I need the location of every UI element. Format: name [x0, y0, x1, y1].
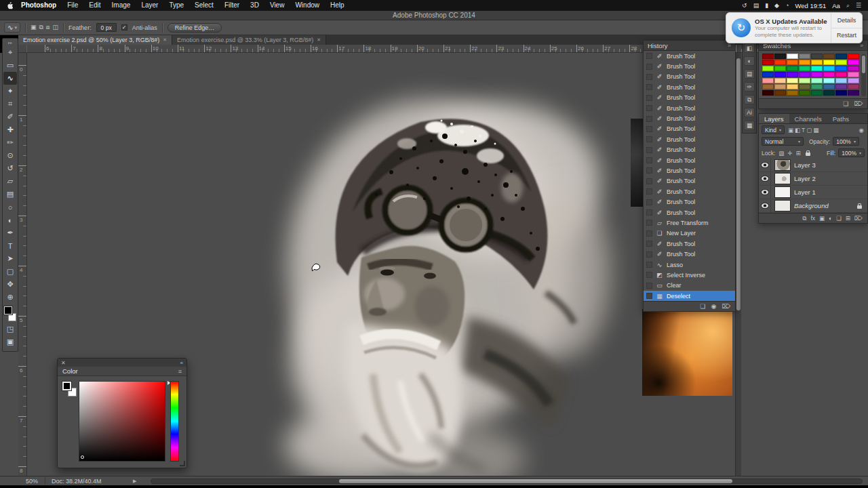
history-state-brush-tool[interactable]: ✐Brush Tool: [644, 197, 735, 207]
swatch-8[interactable]: [762, 60, 774, 65]
history-state-brush-tool[interactable]: ✐Brush Tool: [644, 176, 735, 186]
filter-shape-layers-icon[interactable]: ▢: [806, 127, 812, 134]
toolbar-collapse-grip[interactable]: ▸▸: [8, 41, 12, 45]
input-source-menu[interactable]: Aa: [832, 2, 840, 9]
tab-paths[interactable]: Paths: [827, 114, 854, 123]
menu-file[interactable]: File: [62, 0, 83, 11]
anti-alias-checkbox[interactable]: ✓: [121, 24, 127, 30]
history-source-checkbox[interactable]: [646, 251, 652, 258]
swatch-16[interactable]: [762, 66, 774, 71]
opacity-select[interactable]: 100% ▾: [833, 137, 859, 146]
history-state-select-inverse[interactable]: ◩Select Inverse: [644, 270, 735, 280]
status-menu-arrow-icon[interactable]: ▶: [133, 479, 136, 484]
menu-photoshop[interactable]: Photoshop: [16, 0, 62, 11]
panel-resize-grip[interactable]: [180, 461, 185, 466]
feather-input[interactable]: 0 px: [96, 23, 117, 32]
path-selection-tool[interactable]: ➤: [3, 252, 17, 265]
canvas-horizontal-scrollbar[interactable]: [151, 479, 863, 484]
swatch-50[interactable]: [787, 90, 798, 96]
history-source-checkbox[interactable]: [646, 64, 652, 70]
layer-group-icon[interactable]: ❏: [836, 215, 842, 222]
swatch-19[interactable]: [799, 66, 810, 71]
eyedropper-tool[interactable]: ✐: [3, 110, 17, 123]
new-selection-icon[interactable]: ▣: [31, 24, 37, 31]
history-panel-header[interactable]: History »: [644, 41, 735, 51]
swatch-47[interactable]: [848, 84, 859, 89]
swatch-28[interactable]: [811, 72, 823, 77]
delete-swatch-icon[interactable]: ⌦: [854, 100, 863, 107]
document-tab-emotion-exercise-psd[interactable]: Emotion exercise.psd @ 33.3% (Layer 3, R…: [172, 35, 326, 45]
history-source-checkbox[interactable]: [646, 220, 652, 226]
add-to-selection-icon[interactable]: ⧉: [39, 24, 43, 31]
illustrator-panel-icon[interactable]: Ai: [744, 108, 755, 117]
menu-layer[interactable]: Layer: [136, 0, 163, 11]
history-source-checkbox[interactable]: [646, 95, 652, 101]
layer-filter-toggle-icon[interactable]: ◉: [859, 127, 865, 134]
history-state-clear[interactable]: ▭Clear: [644, 281, 735, 291]
swatch-14[interactable]: [835, 60, 847, 65]
zoom-tool[interactable]: ⊕: [3, 291, 17, 304]
swatch-34[interactable]: [787, 78, 798, 83]
lasso-tool[interactable]: ∿: [3, 72, 17, 85]
foreground-color-swatch[interactable]: [62, 382, 71, 390]
layer-visibility-toggle[interactable]: [759, 159, 771, 171]
swatch-4[interactable]: [811, 54, 823, 59]
swatch-2[interactable]: [787, 54, 798, 59]
menu-help[interactable]: Help: [325, 0, 350, 11]
filter-smart-objects-icon[interactable]: ▦: [812, 127, 819, 134]
swatch-26[interactable]: [787, 72, 798, 77]
swatch-42[interactable]: [787, 84, 798, 89]
swatch-41[interactable]: [774, 84, 786, 89]
menu-window[interactable]: Window: [290, 0, 325, 11]
swatch-13[interactable]: [823, 60, 835, 65]
history-state-new-layer[interactable]: ❏New Layer: [644, 228, 735, 239]
history-state-brush-tool[interactable]: ✐Brush Tool: [644, 186, 735, 197]
swatch-39[interactable]: [848, 78, 859, 83]
dodge-tool[interactable]: ◐: [3, 214, 17, 226]
swatch-43[interactable]: [799, 84, 810, 89]
blend-mode-select[interactable]: Normal ▾: [762, 137, 804, 146]
wifi-icon[interactable]: ◔: [785, 2, 789, 9]
history-source-checkbox[interactable]: [646, 126, 652, 132]
zoom-level-field[interactable]: 50%: [26, 478, 38, 485]
adjustments-panel-icon[interactable]: ◐: [744, 56, 755, 66]
history-state-brush-tool[interactable]: ✐Brush Tool: [644, 155, 735, 165]
lock-all-icon[interactable]: [806, 152, 810, 156]
history-source-checkbox[interactable]: [646, 116, 652, 122]
swatch-17[interactable]: [774, 66, 786, 71]
vertical-ruler[interactable]: 012345678: [18, 53, 27, 476]
tab-close-icon[interactable]: ✕: [163, 37, 167, 43]
history-brush-tool[interactable]: ↺: [3, 162, 17, 175]
history-state-brush-tool[interactable]: ✐Brush Tool: [644, 134, 735, 144]
history-source-checkbox[interactable]: [646, 74, 652, 80]
tool-preset-picker[interactable]: ∿ ▾: [4, 22, 20, 33]
swatch-5[interactable]: [823, 54, 835, 59]
layer-effects-icon[interactable]: fx: [810, 215, 815, 222]
brush-presets-panel-icon[interactable]: ✑: [744, 82, 755, 92]
info-panel-icon[interactable]: ▦: [744, 121, 755, 130]
foreground-color-swatch[interactable]: [4, 306, 12, 314]
history-state-brush-tool[interactable]: ✐Brush Tool: [644, 145, 735, 155]
bluetooth-icon[interactable]: ◆: [774, 2, 779, 9]
subtract-from-selection-icon[interactable]: ⧈: [46, 24, 50, 31]
history-source-checkbox[interactable]: [646, 167, 652, 174]
history-source-checkbox[interactable]: [646, 293, 652, 299]
sync-status-icon[interactable]: ↺: [742, 2, 747, 9]
history-state-brush-tool[interactable]: ✐Brush Tool: [644, 165, 735, 176]
move-tool[interactable]: ⌖: [3, 46, 17, 59]
fill-select[interactable]: 100% ▾: [838, 148, 865, 157]
swatch-40[interactable]: [762, 84, 774, 89]
swatch-38[interactable]: [835, 78, 847, 83]
swatch-3[interactable]: [799, 54, 810, 59]
swatch-11[interactable]: [799, 60, 810, 65]
quick-selection-tool[interactable]: ✦: [3, 85, 17, 98]
swatch-18[interactable]: [787, 66, 798, 71]
document-tab-emotion-exercise-2-psd[interactable]: Emotion exercise 2.psd @ 50% (Layer 3, R…: [18, 35, 172, 45]
swatch-35[interactable]: [799, 78, 810, 83]
history-state-brush-tool[interactable]: ✐Brush Tool: [644, 207, 735, 218]
layer-visibility-toggle[interactable]: [759, 186, 771, 199]
scrollbar-thumb[interactable]: [736, 58, 741, 310]
color-panel-icon[interactable]: ◧: [744, 43, 755, 53]
history-source-checkbox[interactable]: [646, 262, 652, 268]
history-source-checkbox[interactable]: [646, 209, 652, 216]
